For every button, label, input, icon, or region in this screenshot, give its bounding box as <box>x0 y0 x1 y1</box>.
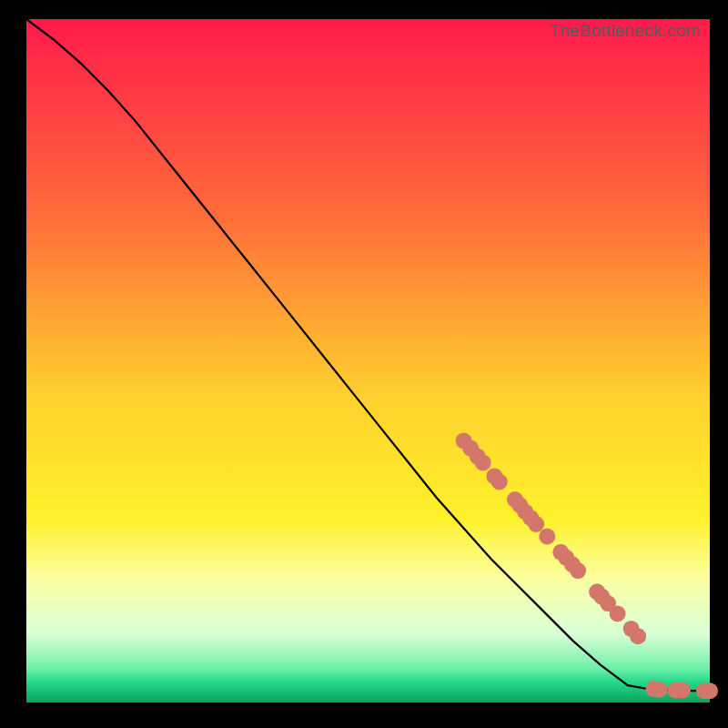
data-marker <box>610 605 626 622</box>
data-marker <box>702 682 718 699</box>
attribution-label: TheBottleneck.com <box>550 21 701 41</box>
data-marker <box>491 473 508 490</box>
data-marker <box>651 682 667 698</box>
data-marker <box>475 454 491 470</box>
data-marker <box>674 682 691 699</box>
chart-frame: TheBottleneck.com <box>26 19 710 703</box>
bottleneck-curve-path <box>26 19 710 691</box>
chart-svg <box>26 19 710 703</box>
marker-layer <box>456 432 718 699</box>
data-marker <box>539 529 555 545</box>
data-marker <box>528 516 544 532</box>
data-marker <box>570 562 586 579</box>
data-marker <box>630 628 646 644</box>
